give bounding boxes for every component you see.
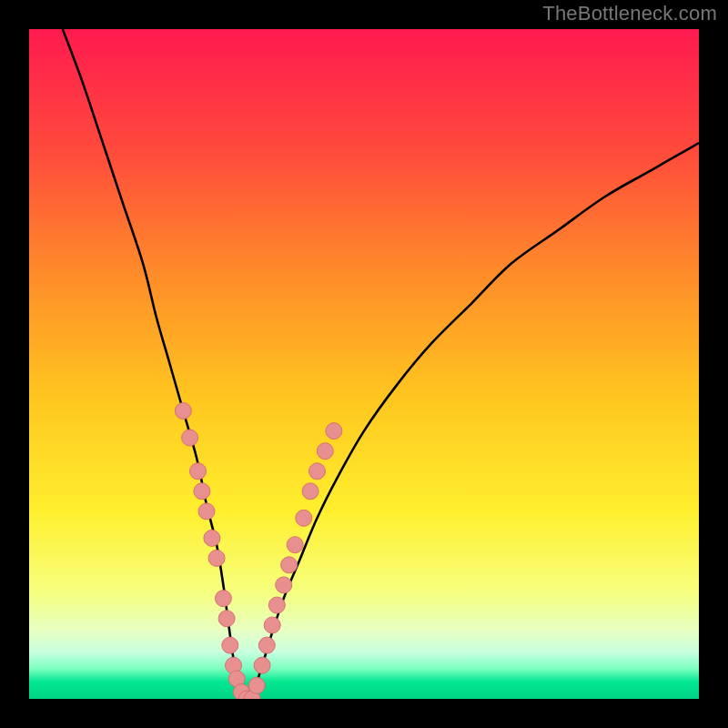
data-marker <box>218 611 235 627</box>
data-marker <box>248 677 265 693</box>
data-marker <box>302 483 318 500</box>
data-marker <box>281 557 298 573</box>
data-marker <box>182 430 198 446</box>
data-marker <box>317 443 333 460</box>
plot-area <box>29 29 699 699</box>
data-marker <box>296 510 312 526</box>
chart-svg <box>29 29 699 699</box>
watermark: TheBottleneck.com <box>542 2 717 25</box>
marker-layer <box>175 403 342 700</box>
data-marker <box>222 637 238 653</box>
data-marker <box>208 550 225 566</box>
data-marker <box>268 597 285 613</box>
chart-frame: TheBottleneck.com <box>0 0 728 728</box>
data-marker <box>326 423 342 440</box>
data-marker <box>204 530 220 546</box>
data-marker <box>190 463 207 480</box>
data-marker <box>309 463 326 480</box>
data-marker <box>287 537 303 553</box>
bottleneck-curve <box>63 29 699 699</box>
data-marker <box>258 637 275 653</box>
data-marker <box>276 577 292 593</box>
data-marker <box>198 503 215 520</box>
data-marker <box>175 403 191 420</box>
data-marker <box>264 617 280 633</box>
data-marker <box>254 657 270 673</box>
data-marker <box>215 591 231 607</box>
data-marker <box>194 483 210 500</box>
